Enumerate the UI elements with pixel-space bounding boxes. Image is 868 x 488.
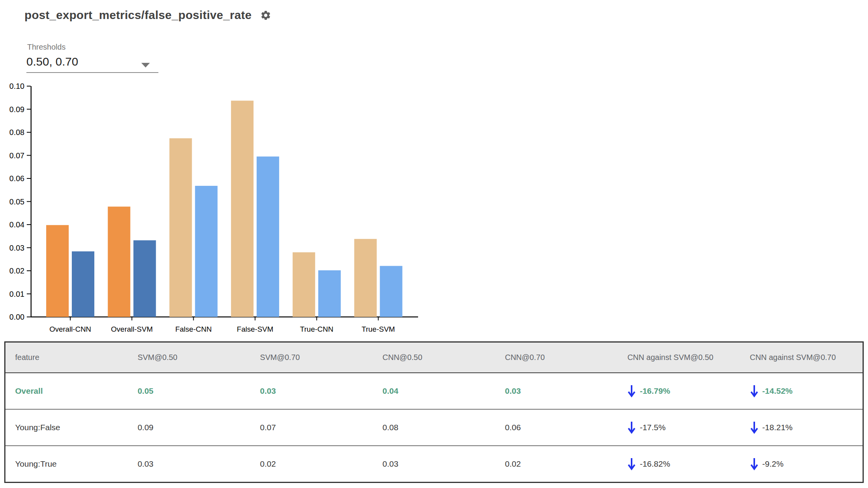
svg-text:0.09: 0.09: [9, 105, 24, 114]
svg-text:0.03: 0.03: [9, 244, 24, 252]
bar-False-CNN-threshold-0.70: [195, 186, 217, 317]
svg-text:Overall-CNN: Overall-CNN: [49, 325, 91, 333]
bar-True-SVM-threshold-0.70: [380, 266, 403, 317]
delta-value: -18.21%: [762, 423, 793, 432]
thresholds-select[interactable]: Thresholds 0.50, 0.70: [26, 43, 158, 68]
bar-True-CNN-threshold-0.70: [318, 270, 341, 317]
col-header-feature: feature: [5, 353, 128, 362]
table-row-young-true: Young:True 0.03 0.02 0.03 0.02 -16.82% -…: [5, 446, 863, 482]
cell-cnn-070: 0.03: [495, 386, 618, 396]
bar-Overall-SVM-threshold-0.50: [108, 207, 130, 317]
down-arrow-icon: [627, 384, 636, 398]
svg-text:0.06: 0.06: [9, 174, 24, 183]
delta-value: -9.2%: [762, 459, 784, 469]
cell-svm-050: 0.03: [128, 459, 250, 469]
delta-value: -16.82%: [640, 459, 670, 469]
bar-Overall-CNN-threshold-0.70: [72, 251, 94, 317]
bar-False-SVM-threshold-0.70: [257, 156, 279, 317]
col-header-cnn-vs-svm-050: CNN against SVM@0.50: [618, 353, 740, 362]
table-header-row: feature SVM@0.50 SVM@0.70 CNN@0.50 CNN@0…: [5, 343, 863, 373]
cell-delta-050: -16.82%: [618, 457, 740, 471]
svg-text:0.00: 0.00: [9, 313, 24, 321]
down-arrow-icon: [750, 457, 759, 471]
cell-feature: Overall: [5, 386, 128, 396]
cell-svm-050: 0.09: [128, 423, 250, 432]
bar-True-SVM-threshold-0.50: [354, 239, 377, 317]
svg-text:0.04: 0.04: [9, 220, 24, 229]
col-header-cnn-050: CNN@0.50: [373, 353, 495, 362]
thresholds-label: Thresholds: [27, 43, 158, 52]
bar-Overall-SVM-threshold-0.70: [134, 240, 156, 317]
cell-cnn-050: 0.08: [373, 423, 495, 432]
delta-value: -16.79%: [640, 386, 670, 396]
gear-icon[interactable]: [260, 10, 271, 21]
bar-False-SVM-threshold-0.50: [231, 100, 253, 317]
table-row-young-false: Young:False 0.09 0.07 0.08 0.06 -17.5% -…: [5, 410, 863, 446]
down-arrow-icon: [750, 384, 759, 398]
down-arrow-icon: [750, 421, 759, 434]
svg-text:0.08: 0.08: [9, 128, 24, 137]
down-arrow-icon: [627, 421, 636, 434]
cell-delta-070: -9.2%: [740, 457, 863, 471]
col-header-svm-070: SVM@0.70: [250, 353, 373, 362]
col-header-cnn-vs-svm-070: CNN against SVM@0.70: [740, 353, 863, 362]
svg-text:0.02: 0.02: [9, 266, 24, 275]
svg-text:0.07: 0.07: [9, 151, 24, 160]
svg-text:Overall-SVM: Overall-SVM: [111, 325, 153, 333]
table-row-overall: Overall 0.05 0.03 0.04 0.03 -16.79% -14.…: [5, 373, 863, 410]
delta-value: -14.52%: [762, 386, 793, 396]
cell-cnn-070: 0.02: [495, 459, 618, 469]
cell-cnn-070: 0.06: [495, 423, 618, 432]
cell-delta-070: -18.21%: [740, 421, 863, 434]
cell-feature: Young:False: [5, 423, 128, 432]
cell-delta-050: -17.5%: [618, 421, 740, 434]
thresholds-value[interactable]: 0.50, 0.70: [26, 55, 158, 68]
cell-feature: Young:True: [5, 459, 128, 469]
svg-text:0.10: 0.10: [9, 82, 24, 90]
svg-text:0.05: 0.05: [9, 197, 24, 206]
svg-text:0.01: 0.01: [9, 290, 24, 298]
svg-text:True-CNN: True-CNN: [300, 325, 333, 333]
cell-delta-070: -14.52%: [740, 384, 863, 398]
down-arrow-icon: [627, 457, 636, 471]
cell-delta-050: -16.79%: [618, 384, 740, 398]
chevron-down-icon[interactable]: [141, 63, 150, 67]
cell-cnn-050: 0.04: [373, 386, 495, 396]
bar-False-CNN-threshold-0.50: [169, 138, 192, 317]
cell-svm-050: 0.05: [128, 386, 250, 396]
cell-cnn-050: 0.03: [373, 459, 495, 469]
bar-True-CNN-threshold-0.50: [293, 252, 315, 317]
col-header-svm-050: SVM@0.50: [128, 353, 250, 362]
bar-Overall-CNN-threshold-0.50: [46, 225, 69, 317]
svg-text:False-CNN: False-CNN: [175, 325, 212, 333]
thresholds-underline: [26, 72, 158, 73]
false-positive-rate-bar-chart: 0.000.010.020.030.040.050.060.070.080.09…: [0, 74, 435, 341]
svg-text:False-SVM: False-SVM: [237, 325, 273, 333]
cell-svm-070: 0.02: [250, 459, 373, 469]
delta-value: -17.5%: [640, 423, 666, 432]
metrics-table: feature SVM@0.50 SVM@0.70 CNN@0.50 CNN@0…: [4, 341, 864, 483]
svg-text:True-SVM: True-SVM: [362, 325, 395, 333]
cell-svm-070: 0.07: [250, 423, 373, 432]
cell-svm-070: 0.03: [250, 386, 373, 396]
col-header-cnn-070: CNN@0.70: [495, 353, 618, 362]
page-title: post_export_metrics/false_positive_rate: [24, 9, 252, 22]
page-header: post_export_metrics/false_positive_rate: [24, 9, 271, 22]
